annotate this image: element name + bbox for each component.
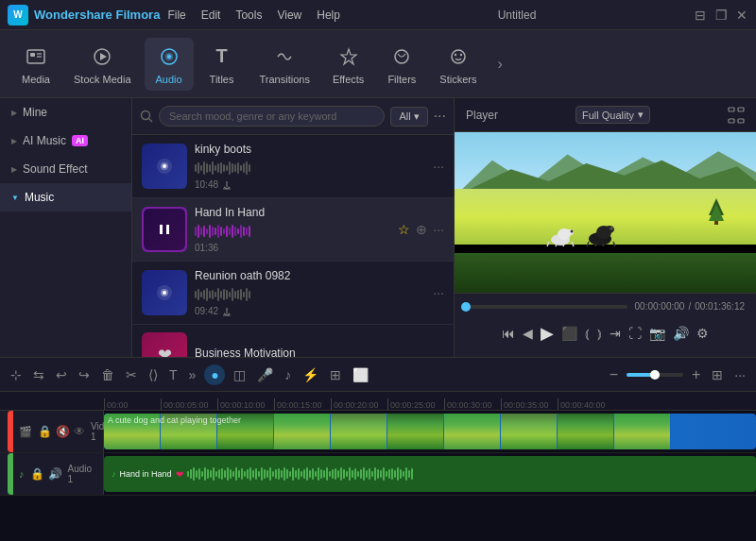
effect-button[interactable]: ⚡	[300, 364, 321, 385]
audio-button[interactable]: ♪	[282, 364, 294, 385]
left-music[interactable]: ▼ Music	[0, 183, 131, 211]
insert-button[interactable]: ⟨⟩	[146, 364, 161, 385]
toolbar-stock[interactable]: Stock Media	[64, 38, 141, 91]
caption-button[interactable]: ⬜	[350, 364, 371, 385]
heart-decoration: ❤	[158, 345, 172, 357]
more-action-button[interactable]: ···	[433, 285, 444, 300]
left-mine[interactable]: ▶ Mine	[0, 98, 131, 127]
menu-help[interactable]: Help	[317, 8, 340, 22]
menu-view[interactable]: View	[277, 8, 301, 22]
video-track-content[interactable]: A cute dog and cat playing together	[104, 411, 756, 452]
step-back-button[interactable]: ◀	[523, 326, 533, 341]
toolbar-transitions[interactable]: Transitions	[250, 38, 319, 91]
ripple-edit-button[interactable]: ⇆	[30, 364, 47, 385]
audio-track-name: Audio 1	[68, 464, 96, 484]
fit-to-screen-icon[interactable]	[728, 107, 745, 124]
audio-clip[interactable]: ♪ Hand in Hand ❤	[104, 456, 756, 492]
ruler-mark-5: 00:00:05:00	[161, 398, 217, 410]
fullscreen-button[interactable]: ⛶	[628, 326, 642, 341]
menu-edit[interactable]: Edit	[201, 8, 221, 22]
grid-view-button[interactable]: ⊞	[709, 364, 726, 385]
audio-mute-button[interactable]: 🔊	[48, 467, 62, 481]
player-label: Player	[466, 109, 498, 122]
mic-button[interactable]: 🎤	[254, 364, 276, 385]
maximize-button[interactable]: ❐	[714, 8, 728, 22]
more-action-button[interactable]: ···	[433, 222, 444, 237]
toolbar-audio[interactable]: Audio	[145, 38, 194, 91]
more-action-button[interactable]: ···	[433, 159, 444, 174]
split-button[interactable]: ⇥	[610, 326, 621, 341]
more-options-button[interactable]: ···	[434, 108, 446, 125]
zoom-in-button[interactable]: +	[689, 363, 703, 386]
left-panel: ▶ Mine ▶ AI Music AI ▶ Sound Effect ▼ Mu…	[0, 98, 132, 357]
toolbar-media[interactable]: Media	[11, 38, 60, 91]
mark-out-button[interactable]: ⦆	[597, 326, 602, 342]
video-mute-button[interactable]: 🔇	[56, 425, 70, 438]
svg-rect-25	[738, 108, 744, 111]
audio-actions: ···	[433, 285, 444, 300]
svg-rect-20	[166, 225, 169, 234]
progress-bar[interactable]	[466, 305, 627, 309]
quality-select[interactable]: Full Quality ▾	[576, 106, 650, 124]
undo-button[interactable]: ↩	[53, 364, 70, 385]
toolbar-effects[interactable]: Effects	[323, 38, 373, 91]
video-lock-button[interactable]: 🔒	[38, 425, 52, 438]
delete-button[interactable]: 🗑	[98, 364, 117, 385]
text-button[interactable]: T	[166, 364, 180, 385]
filter-all-button[interactable]: All ▾	[390, 107, 427, 127]
aimusic-label: AI Music	[23, 134, 66, 147]
clip-button[interactable]: ◫	[231, 364, 249, 385]
toolbar-stickers[interactable]: Stickers	[430, 38, 486, 91]
current-time: 00:00:00:00	[635, 301, 685, 312]
minimize-button[interactable]: ⊟	[694, 8, 707, 22]
split-screen-button[interactable]: ⊞	[327, 364, 344, 385]
audio-title: kinky boots	[195, 143, 425, 156]
svg-point-14	[142, 111, 150, 120]
left-aimusic[interactable]: ▶ AI Music AI	[0, 127, 131, 155]
settings-button[interactable]: ⚙	[696, 326, 709, 341]
audio-lock-button[interactable]: 🔒	[30, 467, 44, 481]
filters-label: Filters	[387, 74, 416, 85]
audio-item[interactable]: kinky boots 10:48 ···	[132, 135, 454, 198]
svg-rect-19	[160, 225, 163, 234]
snapshot-button[interactable]: 📷	[649, 326, 665, 341]
mark-in-button[interactable]: ⦅	[585, 326, 590, 342]
left-soundeffect[interactable]: ▶ Sound Effect	[0, 155, 131, 183]
volume-button[interactable]: 🔊	[673, 326, 689, 341]
play-button[interactable]: ▶	[541, 323, 554, 344]
audio-item[interactable]: ❤ Business Motivation	[132, 325, 454, 357]
redo-button[interactable]: ↪	[76, 364, 93, 385]
menu-tools[interactable]: Tools	[235, 8, 262, 22]
star-button[interactable]: ☆	[398, 222, 410, 237]
expand-button[interactable]: »	[186, 364, 199, 385]
close-button[interactable]: ✕	[735, 8, 748, 22]
stop-button[interactable]: ⬛	[561, 326, 577, 341]
skip-back-button[interactable]: ⏮	[502, 326, 515, 341]
ruler-mark-35: 00:00:35:00	[501, 398, 558, 410]
menu-file[interactable]: File	[167, 8, 185, 22]
zoom-out-button[interactable]: −	[607, 363, 621, 386]
music-note-icon	[154, 282, 175, 303]
cut-button[interactable]: ✂	[123, 364, 140, 385]
toolbar-expand[interactable]: ›	[493, 52, 506, 76]
record-button[interactable]: ●	[204, 364, 225, 385]
stock-icon	[89, 43, 115, 70]
effects-icon	[335, 43, 362, 70]
progress-handle[interactable]	[461, 302, 471, 312]
audio-track-content[interactable]: ♪ Hand in Hand ❤	[104, 453, 756, 495]
zoom-slider[interactable]	[627, 373, 683, 377]
title-bar: W Wondershare Filmora File Edit Tools Vi…	[0, 0, 756, 30]
zoom-handle[interactable]	[650, 370, 660, 380]
audio-item[interactable]: Hand In Hand 01:36 ☆ ⊕ ···	[132, 198, 454, 262]
select-tool-button[interactable]: ⊹	[8, 364, 25, 385]
more-timeline-button[interactable]: ···	[731, 364, 748, 385]
search-input[interactable]	[159, 106, 385, 127]
ruler-marks: 00:00 00:00:05:00 00:00:10:00 00:00:15:0…	[104, 392, 614, 410]
audio-item[interactable]: Reunion oath 0982 09:42 ···	[132, 262, 454, 325]
toolbar-filters[interactable]: Filters	[377, 38, 426, 91]
media-label: Media	[22, 74, 50, 85]
toolbar-titles[interactable]: T Titles	[198, 38, 247, 91]
video-clip[interactable]: A cute dog and cat playing together	[104, 414, 756, 449]
add-button[interactable]: ⊕	[416, 222, 427, 237]
video-eye-button[interactable]: 👁	[74, 425, 85, 438]
